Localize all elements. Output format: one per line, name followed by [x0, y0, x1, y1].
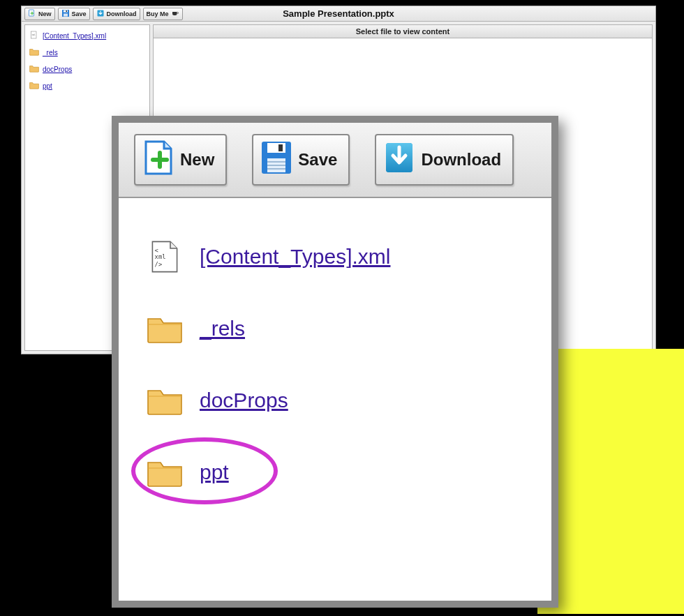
buy-me-button[interactable]: Buy Me	[143, 8, 183, 20]
svg-rect-14	[267, 168, 285, 170]
tree-item-rels[interactable]: _rels	[29, 47, 145, 57]
yellow-accent-block	[537, 349, 684, 614]
download-label: Download	[107, 10, 137, 17]
svg-rect-9	[267, 143, 285, 153]
svg-text:/>: />	[155, 261, 163, 268]
download-button[interactable]: Download	[375, 134, 514, 186]
app-window-zoom: New Save Download <xml/> [Content_Types]…	[112, 116, 558, 608]
content-header: Select file to view content	[153, 24, 653, 38]
tree-item-content-types[interactable]: xml [Content_Types].xml	[29, 31, 145, 40]
svg-rect-10	[278, 144, 283, 151]
new-button[interactable]: New	[24, 8, 55, 20]
new-icon	[28, 9, 36, 19]
download-icon	[382, 139, 417, 181]
buy-me-label: Buy Me	[147, 10, 169, 17]
tree-item-label[interactable]: _rels	[200, 317, 245, 340]
tree-item-content-types[interactable]: <xml/> [Content_Types].xml	[147, 240, 523, 273]
save-button[interactable]: Save	[58, 8, 90, 20]
folder-icon	[147, 384, 183, 417]
svg-rect-4	[66, 10, 67, 12]
svg-rect-2	[64, 10, 68, 12]
folder-icon	[29, 64, 39, 74]
save-label: Save	[298, 150, 337, 170]
tree-item-label[interactable]: [Content_Types].xml	[200, 245, 390, 269]
toolbar-large: New Save Download	[119, 123, 551, 198]
svg-rect-3	[64, 13, 68, 16]
tree-item-ppt[interactable]: ppt	[29, 81, 145, 91]
tree-item-rels[interactable]: _rels	[147, 312, 523, 345]
tree-item-label: docProps	[43, 66, 72, 73]
svg-text:<: <	[155, 247, 158, 254]
new-icon	[141, 139, 176, 181]
new-label: New	[38, 10, 52, 17]
svg-text:xml: xml	[32, 33, 36, 36]
coffee-icon	[171, 9, 179, 19]
svg-rect-13	[267, 165, 285, 166]
folder-icon	[29, 47, 39, 57]
tree-item-docprops[interactable]: docProps	[29, 64, 145, 74]
save-button[interactable]: Save	[252, 134, 350, 186]
new-label: New	[180, 150, 214, 170]
tree-item-docprops[interactable]: docProps	[147, 384, 523, 417]
tree-item-label[interactable]: ppt	[200, 460, 229, 484]
tree-item-label[interactable]: docProps	[200, 389, 288, 412]
file-tree-large: <xml/> [Content_Types].xml _rels docProp…	[119, 198, 551, 569]
svg-rect-12	[267, 161, 285, 163]
download-button[interactable]: Download	[93, 8, 140, 20]
titlebar: New Save Download Buy Me Sam	[22, 6, 655, 22]
tree-item-label: _rels	[43, 49, 58, 57]
tree-item-label: [Content_Types].xml	[43, 32, 106, 40]
tree-item-ppt[interactable]: ppt	[147, 456, 523, 489]
xml-file-icon: <xml/>	[147, 240, 183, 273]
xml-file-icon: xml	[29, 31, 39, 40]
folder-icon	[147, 456, 183, 489]
new-button[interactable]: New	[134, 134, 227, 186]
floppy-icon	[259, 139, 294, 181]
tree-item-label: ppt	[43, 82, 52, 90]
download-label: Download	[421, 150, 501, 170]
download-icon	[96, 9, 105, 19]
folder-icon	[147, 312, 183, 345]
folder-icon	[29, 81, 39, 91]
svg-text:xml: xml	[155, 253, 166, 260]
toolbar-small: New Save Download Buy Me	[22, 6, 186, 22]
save-label: Save	[72, 10, 87, 17]
floppy-icon	[61, 9, 70, 19]
